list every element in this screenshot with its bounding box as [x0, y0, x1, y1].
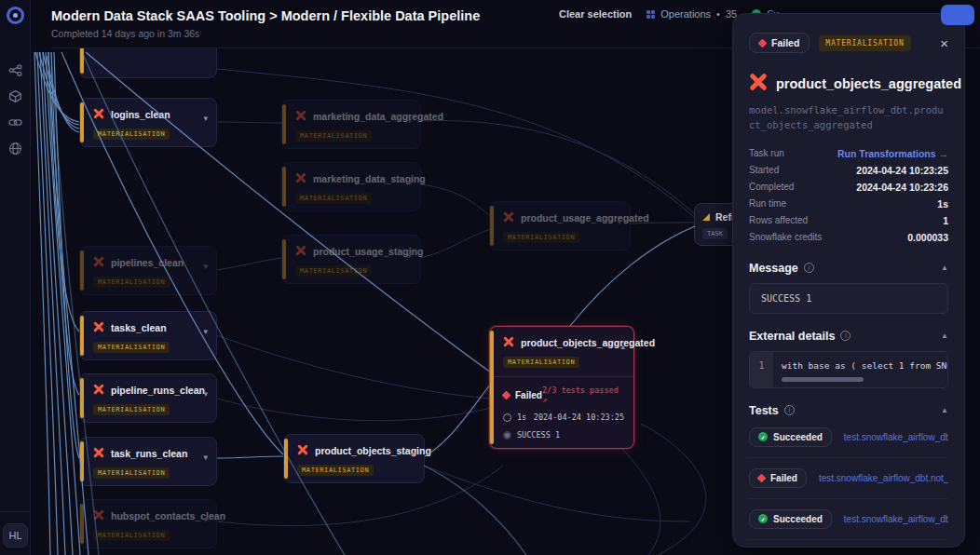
dbt-icon [93, 319, 104, 336]
dbt-icon [295, 243, 306, 260]
info-icon[interactable]: i [804, 263, 814, 273]
chevron-down-icon[interactable]: ▾ [617, 217, 621, 226]
details-panel: Failed MATERIALISATION × product_objects… [732, 13, 965, 548]
run-timestamp: 2024-04-24 10:23:25 [534, 413, 624, 422]
tests-summary-link[interactable]: 2/3 tests passed ↗ [542, 386, 624, 404]
run-time: 1s [517, 413, 526, 422]
operations-counter: Operations • 35 [647, 8, 737, 20]
avatar[interactable]: HL [3, 523, 28, 548]
test-status-pill: ✓Succeeded [749, 427, 832, 447]
external-details-section-title: External details [749, 330, 835, 343]
dbt-icon [93, 445, 104, 462]
chevron-down-icon[interactable]: ▾ [203, 389, 208, 399]
globe-icon[interactable] [8, 142, 22, 156]
dbt-icon [93, 254, 104, 271]
status-label: Failed [515, 390, 542, 400]
node-pipelines-clean[interactable]: pipelines_clean ▾ MATERIALISATION [79, 246, 217, 295]
toolbar-primary-button[interactable] [941, 5, 974, 25]
test-link[interactable]: test.snowflake_airflow_dbt.unique_pro [844, 432, 948, 442]
materialisation-badge: MATERIALISATION [93, 342, 170, 353]
failed-status-pill: Failed [749, 33, 810, 53]
collapse-icon[interactable]: ▲ [941, 406, 948, 414]
chevron-down-icon[interactable]: ▾ [203, 453, 208, 462]
message-section-title: Message [749, 262, 798, 275]
test-link[interactable]: test.snowflake_airflow_dbt.not_null_pr [844, 514, 948, 524]
node-product-usage-staging[interactable]: product_usage_staging ▾ MATERIALISATION [281, 235, 421, 284]
materialisation-badge: MATERIALISATION [295, 130, 372, 142]
dbt-icon [503, 210, 514, 226]
node-marketing-data-aggregated[interactable]: marketing_data_aggregated ▾ MATERIALISAT… [281, 100, 421, 149]
task-badge: TASK [702, 228, 728, 239]
clear-selection-button[interactable]: Clear selection [559, 8, 632, 20]
node-message: SUCCESS 1 [517, 430, 560, 440]
node-marketing-data-staging[interactable]: marketing_data_staging ▾ MATERIALISATION [281, 162, 421, 211]
model-identifier: model.snowflake_airflow_dbt.product_obje… [749, 102, 948, 133]
dbt-icon [93, 508, 104, 524]
test-status-pill: Failed [749, 468, 807, 488]
task-run-link[interactable]: Run Transformations → [837, 148, 948, 159]
chevron-up-icon[interactable]: ▴ [620, 342, 625, 351]
collapse-icon[interactable]: ▲ [941, 332, 948, 340]
node-product-objects-staging[interactable]: product_objects_staging ▾ MATERIALISATIO… [283, 434, 425, 483]
dbt-icon [93, 106, 104, 123]
app-logo-icon[interactable] [7, 7, 24, 24]
node-pipeline-runs-clean[interactable]: pipeline_runs_clean ▾ MATERIALISATION [79, 373, 217, 423]
dbt-icon [295, 170, 306, 187]
materialisation-badge: MATERIALISATION [93, 467, 170, 479]
node-task-runs-clean[interactable]: task_runs_clean ▾ MATERIALISATION [79, 437, 217, 486]
tests-section-title: Tests [749, 404, 779, 417]
operations-icon [647, 10, 655, 19]
materialisation-badge: MATERIALISATION [93, 129, 170, 140]
code-line: with base as ( select 1 from SNOWFLAKE [782, 360, 939, 371]
horizontal-scrollbar[interactable] [782, 377, 864, 382]
node-hubspot-contacts-clean[interactable]: hubspot_contacts_clean ▾ MATERIALISATION [79, 499, 217, 548]
chevron-down-icon[interactable]: ▾ [407, 250, 412, 260]
chevron-down-icon[interactable]: ▾ [203, 515, 208, 524]
chevron-down-icon[interactable]: ▾ [203, 114, 208, 123]
sidebar-divider [0, 511, 31, 512]
collapse-icon[interactable]: ▲ [941, 264, 948, 272]
breadcrumb: Modern Data Stack SAAS Tooling > Modern … [51, 8, 480, 23]
package-icon[interactable] [8, 89, 22, 103]
info-icon[interactable]: i [784, 405, 795, 415]
link-icon[interactable] [8, 115, 22, 129]
node-logins-clean[interactable]: logins_clean ▾ MATERIALISATION [79, 98, 217, 147]
status-circle-icon [503, 431, 511, 440]
materialisation-badge: MATERIALISATION [503, 357, 579, 368]
clock-icon [503, 413, 511, 422]
test-row: Failed test.snowflake_airflow_dbt.not_nu… [749, 458, 948, 499]
materialisation-badge: MATERIALISATION [93, 404, 170, 415]
line-number: 1 [750, 352, 773, 387]
message-box: SUCCESS 1 [749, 283, 948, 314]
materialisation-badge: MATERIALISATION [93, 530, 170, 541]
node-tasks-clean[interactable]: tasks_clean ▾ MATERIALISATION [79, 311, 217, 360]
chevron-down-icon[interactable]: ▾ [203, 262, 208, 271]
node-product-usage-aggregated[interactable]: product_usage_aggregated ▾ MATERIALISATI… [489, 201, 631, 250]
test-row: ✓Succeeded test.snowflake_airflow_dbt.no… [749, 499, 948, 540]
chevron-down-icon[interactable]: ▾ [407, 115, 412, 125]
materialisation-badge: MATERIALISATION [93, 277, 170, 288]
materialisation-badge: MATERIALISATION [297, 465, 374, 476]
test-link[interactable]: test.snowflake_airflow_dbt.not_null_pr [819, 473, 948, 483]
info-icon[interactable]: i [840, 331, 851, 341]
chevron-down-icon[interactable]: ▾ [407, 178, 412, 187]
test-status-pill: ✓Succeeded [749, 509, 832, 529]
dbt-icon [297, 442, 308, 459]
dbt-icon [295, 108, 306, 125]
chevron-down-icon[interactable]: ▾ [203, 327, 208, 336]
failed-diamond-icon [502, 390, 511, 399]
chevron-down-icon[interactable]: ▾ [411, 450, 415, 459]
success-circle-icon: ✓ [758, 514, 768, 523]
code-block: 1 with base as ( select 1 from SNOWFLAKE [749, 351, 948, 388]
success-circle-icon: ✓ [758, 432, 768, 441]
panel-title: product_objects_aggregated [776, 76, 961, 91]
close-icon[interactable]: × [940, 36, 948, 50]
divider [490, 376, 633, 377]
warning-icon [702, 213, 710, 221]
materialisation-badge: MATERIALISATION [295, 265, 372, 277]
dbt-icon [503, 334, 514, 351]
materialisation-badge: MATERIALISATION [819, 35, 910, 51]
lineage-icon[interactable] [8, 63, 22, 77]
failed-diamond-icon [758, 38, 768, 47]
node-product-objects-aggregated-selected[interactable]: product_objects_aggregated ▴ MATERIALISA… [489, 326, 634, 449]
